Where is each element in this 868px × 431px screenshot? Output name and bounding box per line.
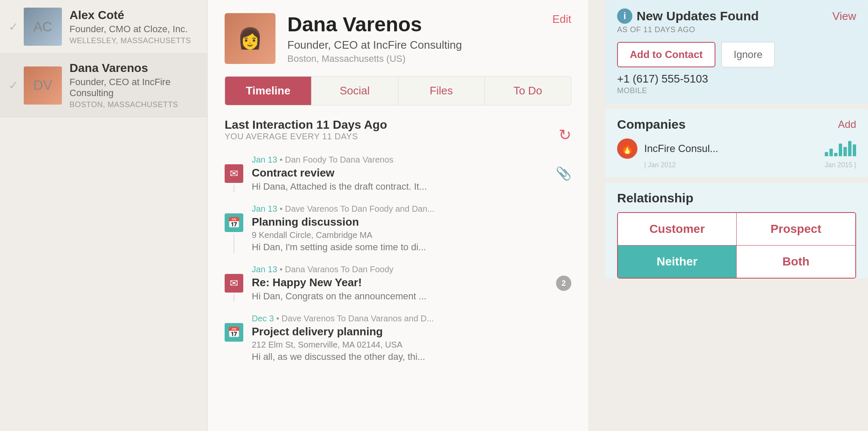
sidebar-item-alex[interactable]: ✓ AC Alex Coté Founder, CMO at Cloze, In… bbox=[0, 0, 207, 54]
relationship-title: Relationship bbox=[617, 191, 693, 205]
email-icon: ✉ bbox=[225, 274, 243, 293]
timeline-item: 📅 Dec 3 • Dave Varenos To Dana Varanos a… bbox=[225, 314, 571, 362]
company-logo: 🔥 bbox=[617, 138, 637, 159]
profile-name: Dana Varenos bbox=[287, 13, 462, 36]
check-icon: ✓ bbox=[8, 78, 24, 92]
timeline-header: Last Interaction 11 Days Ago YOU AVERAGE… bbox=[225, 118, 571, 152]
timeline-average: YOU AVERAGE EVERY 11 DAYS bbox=[225, 132, 387, 141]
sidebar-name: Alex Coté bbox=[70, 8, 199, 22]
main-content: 👩 Dana Varenos Founder, CEO at IncFire C… bbox=[208, 0, 588, 431]
sidebar-avatar: AC bbox=[24, 8, 62, 46]
attachment-icon: 📎 bbox=[556, 166, 571, 192]
refresh-icon[interactable]: ↻ bbox=[559, 126, 571, 144]
timeline-list: ✉ Jan 13 • Dan Foody To Dana Varenos Con… bbox=[225, 155, 571, 374]
sidebar-info: Alex Coté Founder, CMO at Cloze, Inc. WE… bbox=[70, 8, 199, 45]
relationship-grid: Customer Prospect Neither Both bbox=[617, 212, 856, 279]
timeline-item: ✉ Jan 13 • Dana Varanos To Dan Foody Re:… bbox=[225, 265, 571, 302]
calendar-icon: 📅 bbox=[225, 323, 243, 342]
tabs-bar: Timeline Social Files To Do bbox=[225, 76, 571, 105]
sidebar-location: WELLESLEY, MASSACHUSETTS bbox=[70, 36, 199, 45]
relationship-neither[interactable]: Neither bbox=[618, 246, 737, 278]
timeline-address: 212 Elm St, Somerville, MA 02144, USA bbox=[252, 340, 571, 350]
company-date-range: | Jan 2012 Jan 2015 | bbox=[617, 161, 856, 169]
tab-files[interactable]: Files bbox=[398, 77, 485, 105]
sidebar-avatar: DV bbox=[24, 66, 62, 105]
profile-avatar: 👩 bbox=[225, 13, 275, 64]
edit-link[interactable]: Edit bbox=[552, 13, 571, 26]
calendar-icon: 📅 bbox=[225, 213, 243, 232]
companies-add-link[interactable]: Add bbox=[838, 119, 856, 130]
timeline-meta: Jan 13 • Dave Varenos To Dan Foody and D… bbox=[252, 204, 571, 214]
updates-view-link[interactable]: View bbox=[832, 10, 856, 23]
timeline-subject: Contract review bbox=[252, 166, 547, 180]
sidebar-title: Founder, CMO at Cloze, Inc. bbox=[70, 24, 199, 35]
timeline-body: Hi Dana, Attached is the draft contract.… bbox=[252, 181, 547, 192]
timeline-item-content: Jan 13 • Dan Foody To Dana Varenos Contr… bbox=[252, 155, 547, 192]
timeline-item-content: Dec 3 • Dave Varenos To Dana Varanos and… bbox=[252, 314, 571, 362]
profile-header: 👩 Dana Varenos Founder, CEO at IncFire C… bbox=[225, 13, 571, 64]
right-panel: i New Updates Found View AS OF 11 DAYS A… bbox=[605, 0, 868, 431]
check-icon: ✓ bbox=[8, 20, 24, 34]
sidebar-item-dana[interactable]: ✓ DV Dana Varenos Founder, CEO at IncFir… bbox=[0, 54, 207, 117]
timeline-item-content: Jan 13 • Dave Varenos To Dan Foody and D… bbox=[252, 204, 571, 253]
updates-section: i New Updates Found View AS OF 11 DAYS A… bbox=[605, 0, 868, 104]
company-row: 🔥 IncFire Consul... bbox=[617, 138, 856, 159]
updates-date: AS OF 11 DAYS AGO bbox=[617, 25, 856, 34]
companies-title: Companies bbox=[617, 117, 686, 132]
timeline-meta: Dec 3 • Dave Varenos To Dana Varanos and… bbox=[252, 314, 571, 323]
timeline-meta: Jan 13 • Dana Varanos To Dan Foody bbox=[252, 265, 548, 274]
timeline-item: ✉ Jan 13 • Dan Foody To Dana Varenos Con… bbox=[225, 155, 571, 192]
timeline-body: Hi all, as we discussed the other day, t… bbox=[252, 351, 571, 362]
action-buttons: Add to Contact Ignore bbox=[617, 42, 856, 67]
ignore-button[interactable]: Ignore bbox=[721, 42, 775, 67]
timeline-subject: Project delivery planning bbox=[252, 325, 571, 338]
tab-todo[interactable]: To Do bbox=[485, 77, 571, 105]
sidebar: ✓ AC Alex Coté Founder, CMO at Cloze, In… bbox=[0, 0, 208, 431]
timeline-item: 📅 Jan 13 • Dave Varenos To Dan Foody and… bbox=[225, 204, 571, 253]
timeline-item-content: Jan 13 • Dana Varanos To Dan Foody Re: H… bbox=[252, 265, 548, 302]
thread-badge: 2 bbox=[556, 276, 571, 291]
sidebar-title: Founder, CEO at IncFire Consulting bbox=[70, 77, 199, 99]
updates-info-icon: i bbox=[617, 8, 632, 24]
phone-number: +1 (617) 555-5103 bbox=[617, 72, 856, 86]
relationship-section: Relationship Customer Prospect Neither B… bbox=[605, 182, 868, 279]
sidebar-name: Dana Varenos bbox=[70, 61, 199, 75]
relationship-prospect[interactable]: Prospect bbox=[737, 213, 855, 246]
relationship-customer[interactable]: Customer bbox=[618, 213, 737, 246]
date-end: Jan 2015 | bbox=[825, 161, 856, 169]
tab-social[interactable]: Social bbox=[312, 77, 398, 105]
company-name: IncFire Consul... bbox=[644, 143, 818, 155]
timeline-subject: Re: Happy New Year! bbox=[252, 276, 548, 289]
add-to-contact-button[interactable]: Add to Contact bbox=[617, 42, 715, 67]
profile-info: Dana Varenos Founder, CEO at IncFire Con… bbox=[287, 13, 462, 64]
relationship-both[interactable]: Both bbox=[737, 246, 855, 278]
phone-type: MOBILE bbox=[617, 86, 856, 95]
timeline-last-interaction: Last Interaction 11 Days Ago bbox=[225, 118, 387, 132]
email-icon: ✉ bbox=[225, 164, 243, 183]
profile-title: Founder, CEO at IncFire Consulting bbox=[287, 39, 462, 52]
updates-title: New Updates Found bbox=[637, 9, 759, 23]
sidebar-location: BOSTON, MASSACHUSETTS bbox=[70, 100, 199, 109]
company-activity-chart bbox=[825, 141, 856, 156]
timeline-body: Hi Dan, I'm setting aside some time to d… bbox=[252, 242, 571, 253]
timeline-subject: Planning discussion bbox=[252, 216, 571, 229]
sidebar-info: Dana Varenos Founder, CEO at IncFire Con… bbox=[70, 61, 199, 109]
timeline-address: 9 Kendall Circle, Cambridge MA bbox=[252, 230, 571, 240]
profile-location: Boston, Massachusetts (US) bbox=[287, 53, 462, 64]
date-start: | Jan 2012 bbox=[644, 161, 676, 169]
timeline-body: Hi Dan, Congrats on the announcement ... bbox=[252, 291, 548, 302]
tab-timeline[interactable]: Timeline bbox=[225, 77, 312, 105]
timeline-meta: Jan 13 • Dan Foody To Dana Varenos bbox=[252, 155, 547, 165]
companies-section: Companies Add 🔥 IncFire Consul... | Jan … bbox=[605, 109, 868, 177]
